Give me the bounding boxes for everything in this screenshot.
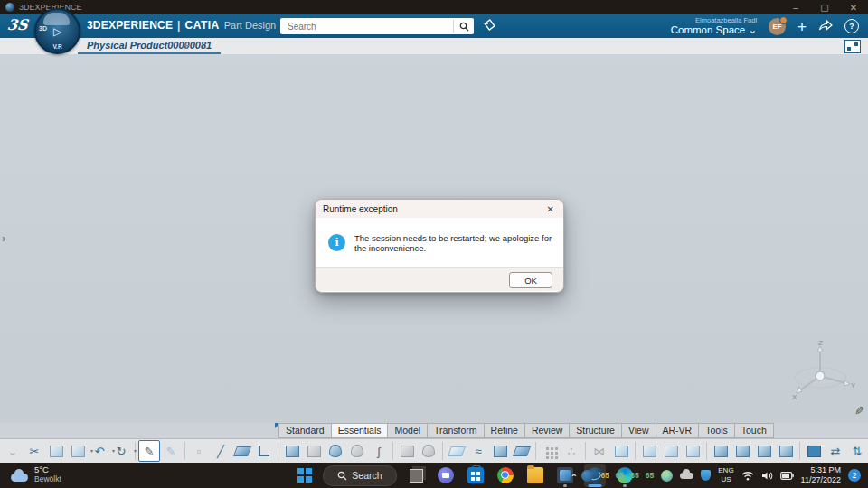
intersect-icon[interactable] [775, 440, 797, 462]
restore-viewport-icon[interactable] [844, 40, 861, 53]
new-tab-button[interactable]: + [183, 39, 190, 52]
compass-north-quadrant[interactable] [43, 13, 70, 25]
taskbar-search[interactable]: Search [323, 465, 397, 486]
shaft-icon[interactable] [325, 440, 346, 462]
dialog-title-bar[interactable]: Runtime exception ✕ [316, 200, 563, 218]
ribbon-tab-model[interactable]: Model [388, 423, 428, 438]
ribbon-tab-transform[interactable]: Transform [428, 423, 484, 438]
paste-icon[interactable]: ▾ [67, 440, 89, 462]
avatar[interactable]: EF [769, 18, 786, 35]
ribbon-tab-refine[interactable]: Refine [485, 423, 525, 438]
tab-physical-product[interactable]: Physical Product00000081 [78, 38, 221, 54]
3d-viewport[interactable]: › Runtime exception ✕ i The session need… [0, 54, 868, 423]
ribbon-tab-standard[interactable]: Standard [278, 423, 332, 438]
pocket-icon[interactable] [303, 440, 325, 462]
undo-icon[interactable]: ↶▾ [89, 440, 110, 462]
update-icon[interactable]: ↻▾ [110, 440, 132, 462]
constraints-icon[interactable]: ⇅ [846, 440, 868, 462]
taskbar-app-store[interactable] [465, 464, 486, 487]
chamfer-icon[interactable] [660, 440, 682, 462]
tray-sensor-badge-2[interactable]: 65 [616, 471, 624, 480]
user-space-menu[interactable]: Elmoatazbealla Fadl Common Space ⌄ [671, 17, 757, 36]
add-content-button[interactable]: + [797, 19, 807, 34]
global-search[interactable] [280, 18, 474, 34]
tray-3dexperience-icon[interactable] [581, 470, 593, 482]
language-switcher[interactable]: ENG US [718, 466, 733, 483]
ok-button[interactable]: OK [509, 272, 552, 288]
share-icon[interactable] [818, 18, 833, 34]
hole-icon[interactable] [418, 440, 439, 462]
dropdown-arrow-icon[interactable]: ▾ [134, 447, 137, 454]
security-shield-icon[interactable] [701, 470, 711, 481]
sweep-surface-icon[interactable] [446, 440, 467, 462]
rectangular-pattern-icon[interactable] [539, 440, 561, 462]
snap-icon[interactable]: ⇄ [825, 440, 846, 462]
tray-overflow-icon[interactable]: › [568, 474, 579, 477]
multi-section-surface-icon[interactable]: ≈ [467, 440, 489, 462]
close-surface-icon[interactable] [489, 440, 511, 462]
volume-icon[interactable] [761, 471, 773, 481]
play-icon[interactable]: ▷ [53, 24, 61, 37]
pad-icon[interactable] [281, 440, 303, 462]
ribbon-tab-review[interactable]: Review [525, 423, 570, 438]
ribbon-tab-structure[interactable]: Structure [570, 423, 622, 438]
ribbon-tab-view[interactable]: View [622, 423, 656, 438]
add-boolean-icon[interactable] [731, 440, 753, 462]
battery-icon[interactable] [780, 472, 794, 480]
taskbar-app-chat[interactable] [435, 464, 457, 487]
axis-system-icon[interactable] [253, 440, 275, 462]
thickness-icon[interactable] [638, 440, 660, 462]
circular-pattern-icon[interactable]: ∴ [561, 440, 582, 462]
mirror-icon[interactable]: ⋈ [589, 440, 610, 462]
search-icon[interactable] [453, 20, 474, 33]
taskbar-app-file-explorer[interactable] [524, 464, 546, 487]
search-input[interactable] [280, 21, 453, 33]
maximize-button[interactable]: ▢ [810, 3, 839, 13]
ink-pencil-icon[interactable]: ✎ [854, 404, 864, 418]
copy-icon[interactable] [45, 440, 67, 462]
draft-icon[interactable] [682, 440, 703, 462]
dialog-close-icon[interactable]: ✕ [545, 204, 556, 214]
assemble-icon[interactable] [710, 440, 731, 462]
tray-sensor-badge-1[interactable]: 65 [600, 471, 609, 480]
notification-count-badge[interactable]: 2 [848, 469, 861, 482]
taskbar-clock[interactable]: 5:31 PM 11/27/2022 [801, 465, 841, 486]
compass-vr-label[interactable]: V.R [52, 43, 61, 50]
wifi-icon[interactable] [741, 471, 754, 481]
toolbar-collapse-icon[interactable]: ⌄ [2, 440, 24, 462]
help-button[interactable]: ? [844, 19, 859, 33]
plane-icon[interactable] [231, 440, 253, 462]
thick-surface-icon[interactable] [511, 440, 533, 462]
point-icon[interactable]: ▫ [188, 440, 210, 462]
tag-icon[interactable] [483, 19, 496, 36]
rib-icon[interactable]: ʃ [368, 440, 390, 462]
solid-cube-icon[interactable] [803, 440, 825, 462]
compass-3d-label[interactable]: 3D [39, 25, 47, 32]
tray-sensor-badge-4[interactable]: 65 [646, 471, 654, 480]
multi-pad-icon[interactable] [396, 440, 418, 462]
onedrive-icon[interactable] [680, 473, 693, 479]
groove-icon[interactable] [346, 440, 368, 462]
3dexperience-compass[interactable]: ▷ 3D V.R [34, 8, 80, 54]
tree-expander-icon[interactable]: › [2, 231, 5, 245]
cut-icon[interactable]: ✂ [24, 440, 45, 462]
start-button[interactable] [295, 465, 315, 485]
ribbon-tab-essentials[interactable]: Essentials [332, 423, 389, 438]
windows-logo-icon [297, 468, 304, 474]
network-globe-icon[interactable] [661, 470, 673, 482]
line-icon[interactable]: ╱ [210, 440, 231, 462]
positioned-sketch-icon[interactable]: ✎ [160, 440, 182, 462]
minimize-button[interactable]: – [781, 3, 810, 13]
taskbar-app-chrome[interactable] [495, 464, 516, 487]
taskbar-weather-widget[interactable]: 5°C Bewölkt [11, 465, 61, 484]
sketch-icon[interactable]: ✎ [138, 440, 160, 462]
axis-triad[interactable]: Z X Y [785, 340, 855, 401]
ribbon-tab-tools[interactable]: Tools [699, 423, 735, 438]
remove-boolean-icon[interactable] [753, 440, 775, 462]
taskbar-app-task-view[interactable] [405, 464, 427, 487]
close-button[interactable]: ✕ [839, 3, 868, 13]
ribbon-tab-ar-vr[interactable]: AR-VR [656, 423, 700, 438]
ribbon-tab-touch[interactable]: Touch [735, 423, 774, 438]
shell-icon[interactable] [610, 440, 632, 462]
tray-sensor-badge-3[interactable]: 65 [630, 471, 638, 480]
